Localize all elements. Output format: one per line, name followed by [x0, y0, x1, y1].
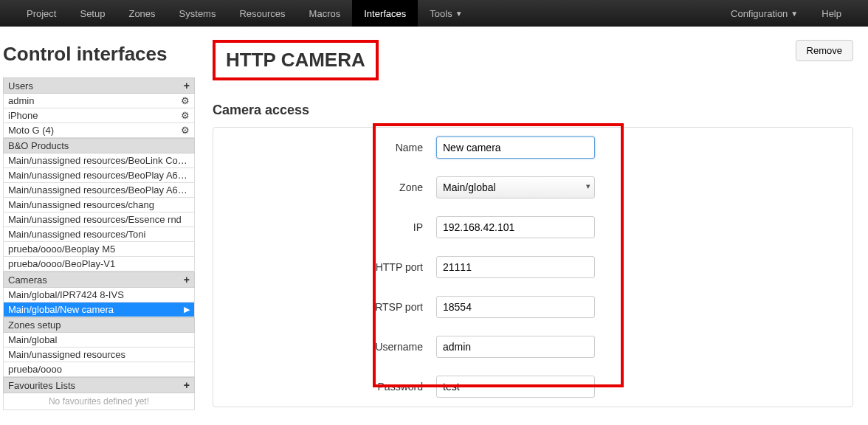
group-header-users: Users+ — [3, 77, 195, 94]
camera-access-panel: Name Zone Main/global IP HTTP port — [213, 127, 853, 407]
list-item[interactable]: prueba/oooo — [3, 362, 195, 377]
group-header-zones-setup: Zones setup — [3, 317, 195, 333]
http-port-label: HTTP port — [213, 261, 436, 273]
list-item-label: Main/unassigned resources/BeoPlay A6… — [8, 184, 187, 196]
list-item-label: Main/unassigned resources/Essence rnd — [8, 214, 182, 225]
list-item[interactable]: Main/unassigned resources/Essence rnd — [3, 212, 195, 227]
list-item[interactable]: iPhone⚙ — [3, 108, 195, 123]
gear-icon[interactable]: ⚙ — [181, 95, 190, 106]
nav-zones[interactable]: Zones — [117, 0, 167, 27]
name-input[interactable] — [436, 137, 595, 159]
nav-systems[interactable]: Systems — [168, 0, 228, 27]
nav-project[interactable]: Project — [15, 0, 68, 27]
name-label: Name — [213, 142, 436, 153]
list-item-label: Main/global — [8, 334, 58, 345]
empty-message: No favourites defined yet! — [3, 393, 195, 410]
page-title-box: HTTP CAMERA — [213, 40, 379, 80]
ip-input[interactable] — [436, 216, 595, 238]
list-item-label: Main/unassigned resources/BeoPlay A6… — [8, 170, 187, 181]
username-input[interactable] — [436, 336, 595, 358]
list-item-label: Main/unassigned resources — [8, 349, 125, 360]
caret-down-icon: ▼ — [455, 10, 463, 18]
zone-label: Zone — [213, 182, 436, 193]
nav-setup[interactable]: Setup — [68, 0, 117, 27]
list-item-label: Main/unassigned resources/Toni — [8, 229, 145, 240]
list-item[interactable]: prueba/oooo/Beoplay M5 — [3, 242, 195, 257]
nav-interfaces[interactable]: Interfaces — [352, 0, 418, 27]
sidebar: Control interfaces Users+admin⚙iPhone⚙Mo… — [0, 34, 198, 422]
caret-down-icon: ▼ — [790, 10, 798, 18]
zone-select[interactable]: Main/global — [436, 176, 595, 198]
list-item-label: Main/unassigned resources/BeoLink Co… — [8, 155, 187, 166]
group-header-b-o-products: B&O Products — [3, 138, 195, 153]
list-item-label: Moto G (4) — [8, 125, 54, 136]
plus-icon[interactable]: + — [184, 274, 190, 286]
list-item-label: iPhone — [8, 110, 38, 121]
nav-macros[interactable]: Macros — [297, 0, 353, 27]
navbar: ProjectSetupZonesSystemsResourcesMacrosI… — [0, 0, 868, 27]
nav-left: ProjectSetupZonesSystemsResourcesMacrosI… — [15, 0, 475, 27]
list-item-label: prueba/oooo/Beoplay M5 — [8, 243, 115, 255]
list-item[interactable]: Main/unassigned resources/chang — [3, 198, 195, 212]
list-item[interactable]: Main/global/IPR7424 8-IVS — [3, 288, 195, 303]
list-item-label: prueba/oooo/BeoPlay-V1 — [8, 258, 115, 269]
gear-icon[interactable]: ⚙ — [181, 110, 190, 121]
password-input[interactable] — [436, 376, 595, 398]
list-item[interactable]: Main/global — [3, 333, 195, 348]
list-item[interactable]: prueba/oooo/BeoPlay-V1 — [3, 257, 195, 272]
list-item-label: admin — [8, 95, 34, 106]
gear-icon[interactable]: ⚙ — [181, 125, 190, 136]
list-item[interactable]: Moto G (4)⚙ — [3, 123, 195, 138]
group-header-label: Cameras — [8, 274, 47, 286]
password-label: Password — [213, 381, 436, 393]
list-item[interactable]: Main/unassigned resources/BeoPlay A6… — [3, 183, 195, 198]
section-title: Camera access — [213, 103, 853, 118]
nav-resources[interactable]: Resources — [227, 0, 297, 27]
remove-button[interactable]: Remove — [796, 40, 853, 61]
nav-configuration-label: Configuration — [731, 8, 788, 19]
list-item[interactable]: admin⚙ — [3, 94, 195, 108]
nav-tools[interactable]: Tools ▼ — [418, 0, 474, 27]
plus-icon[interactable]: + — [184, 80, 190, 91]
list-item-label: Main/global/New camera — [8, 304, 114, 315]
plus-icon[interactable]: + — [184, 379, 190, 391]
group-header-label: Users — [8, 80, 33, 91]
group-header-favourites-lists: Favourites Lists+ — [3, 377, 195, 393]
nav-configuration[interactable]: Configuration ▼ — [719, 0, 810, 27]
group-header-label: B&O Products — [8, 140, 69, 151]
ip-label: IP — [213, 221, 436, 233]
page-title: HTTP CAMERA — [226, 49, 365, 72]
username-label: Username — [213, 341, 436, 353]
list-item[interactable]: Main/unassigned resources/BeoLink Co… — [3, 153, 195, 168]
list-item-label: prueba/oooo — [8, 364, 62, 375]
group-header-label: Favourites Lists — [8, 380, 75, 391]
list-item-label: Main/unassigned resources/chang — [8, 199, 154, 210]
arrow-right-icon: ▶ — [184, 305, 190, 314]
http-port-input[interactable] — [436, 256, 595, 278]
nav-right: Configuration ▼ Help — [719, 0, 853, 27]
nav-help[interactable]: Help — [810, 0, 853, 27]
group-header-cameras: Cameras+ — [3, 272, 195, 288]
rtsp-port-input[interactable] — [436, 296, 595, 318]
content: HTTP CAMERA Remove Camera access Name Zo… — [198, 34, 868, 422]
list-item[interactable]: Main/unassigned resources/BeoPlay A6… — [3, 168, 195, 183]
list-item[interactable]: Main/unassigned resources — [3, 348, 195, 362]
list-item[interactable]: Main/unassigned resources/Toni — [3, 227, 195, 242]
rtsp-port-label: RTSP port — [213, 301, 436, 313]
group-header-label: Zones setup — [8, 319, 61, 331]
list-item[interactable]: Main/global/New camera▶ — [3, 303, 195, 317]
list-item-label: Main/global/IPR7424 8-IVS — [8, 289, 124, 300]
sidebar-title: Control interfaces — [3, 43, 195, 66]
